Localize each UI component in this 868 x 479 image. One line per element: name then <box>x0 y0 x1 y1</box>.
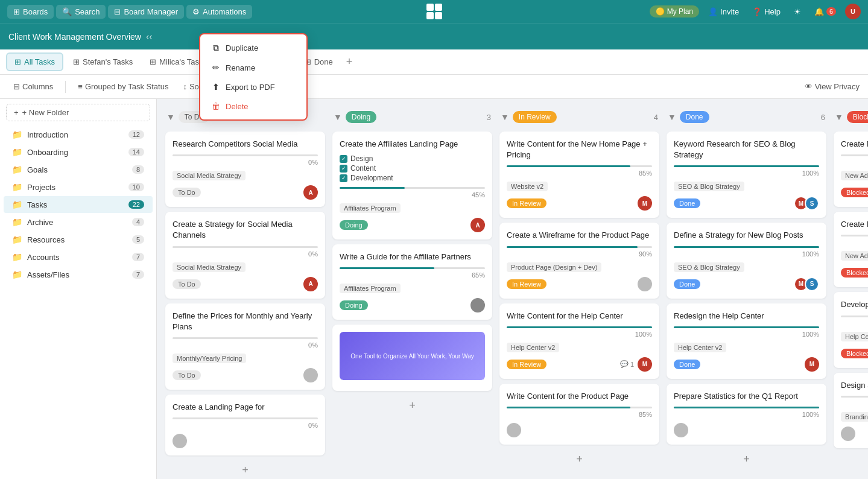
progress-percent: 0% <box>173 250 318 258</box>
board-card[interactable]: Research Competitors Social Media 0% Soc… <box>165 132 325 207</box>
board-card[interactable]: Define a Strategy for New Blog Posts 100… <box>667 223 826 298</box>
collapse-column-button[interactable]: ▼ <box>668 112 676 122</box>
tab-stefan-tasks[interactable]: ⊞ Stefan's Tasks <box>66 54 140 70</box>
board-card[interactable]: Write Content for the Help Center 100% H… <box>499 303 659 379</box>
progress-percent: 90% <box>507 250 652 258</box>
boards-button[interactable]: ⊞ Boards <box>7 5 54 19</box>
tab-all-tasks[interactable]: ⊞ All Tasks <box>6 52 63 71</box>
context-rename[interactable]: ✏ Rename <box>204 58 303 77</box>
progress-bar-track <box>674 165 819 167</box>
card-tag: Help Center v2 <box>674 343 726 352</box>
tab-icon: ⊞ <box>150 57 156 66</box>
collapse-column-button[interactable]: ▼ <box>501 112 509 122</box>
board-card[interactable]: Prepare Statistics for the Q1 Report 100… <box>667 384 826 445</box>
board-card[interactable]: Write Content for the New Home Page + Pr… <box>499 132 659 218</box>
progress-bar-track <box>841 396 868 398</box>
tabs-bar: ⊞ All Tasks ⊞ Stefan's Tasks ⊞ Milica's … <box>0 49 868 75</box>
column-status-pill: Doing <box>346 111 376 123</box>
board-card[interactable]: Keyword Research for SEO & Blog Strategy… <box>667 132 826 218</box>
collapse-column-button[interactable]: ▼ <box>334 112 342 122</box>
board-card[interactable]: Create a Strategy for Social Media Chann… <box>165 212 325 298</box>
sidebar-item-accounts[interactable]: 📁 Accounts 7 <box>4 249 153 265</box>
board-card[interactable]: Create a Landing Page for 0% <box>165 395 325 455</box>
sidebar-item-onboarding[interactable]: 📁 Onboarding 14 <box>4 144 153 160</box>
notifications-button[interactable]: 🔔 6 <box>810 5 840 18</box>
context-duplicate[interactable]: ⧉ Duplicate <box>204 38 303 58</box>
boards-label: Boards <box>23 7 48 16</box>
view-privacy-button[interactable]: 👁 View Privacy <box>805 82 860 91</box>
board-card[interactable]: Create New Copy 0% New Ads for Faceb... … <box>834 212 868 287</box>
sidebar-item-label: Projects <box>27 183 55 192</box>
card-avatar: S <box>805 196 819 211</box>
board-card[interactable]: Redesign the Help Center 100% Help Cente… <box>667 303 826 379</box>
board-card[interactable]: Create the Affiliates Landing Page ✓ Des… <box>332 132 492 240</box>
progress-bar-track <box>507 246 652 248</box>
nav-right: 🟡 My Plan 👤 Invite ❓ Help ☀ 🔔 6 U <box>650 4 861 19</box>
context-export-pdf[interactable]: ⬆ Export to PDF <box>204 77 303 97</box>
column-count: 6 <box>821 113 825 122</box>
sidebar-item-introduction[interactable]: 📁 Introduction 12 <box>4 126 153 143</box>
sidebar-item-goals[interactable]: 📁 Goals 8 <box>4 161 153 178</box>
help-button[interactable]: ❓ Help <box>748 5 785 18</box>
folder-icon: 📁 <box>12 182 22 192</box>
sidebar-item-left: 📁 Onboarding <box>12 147 68 157</box>
add-card-button[interactable]: + <box>165 460 325 479</box>
context-delete[interactable]: 🗑 Delete <box>204 97 303 116</box>
board-card[interactable]: Write Content for the Product Page 85% <box>499 384 659 445</box>
progress-bar-track <box>841 316 868 317</box>
card-title: Develop the New Platform <box>841 299 868 310</box>
sidebar-item-count: 7 <box>132 253 144 261</box>
sidebar-item-archive[interactable]: 📁 Archive 4 <box>4 214 153 230</box>
board-card[interactable]: One Tool to Organize All Your Work, Your… <box>332 325 492 391</box>
add-card-button[interactable]: + <box>332 396 492 416</box>
collapse-sidebar-button[interactable]: ‹‹ <box>146 31 153 42</box>
card-tags: Product Page (Design + Dev) <box>507 262 652 272</box>
sidebar-item-projects[interactable]: 📁 Projects 10 <box>4 179 153 195</box>
my-plan-button[interactable]: 🟡 My Plan <box>650 5 699 17</box>
search-button[interactable]: 🔍 Search <box>56 5 106 19</box>
add-tab-button[interactable]: + <box>343 56 356 68</box>
progress-bar-track <box>173 337 318 339</box>
columns-icon: ⊟ <box>13 82 20 91</box>
card-title: Create a Strategy for Social Media Chann… <box>173 219 318 241</box>
user-avatar[interactable]: U <box>845 4 861 19</box>
collapse-column-button[interactable]: ▼ <box>166 112 175 122</box>
add-card-button[interactable]: + <box>667 449 826 469</box>
progress-bar-track <box>507 165 652 167</box>
card-status-pill: To Do <box>173 279 201 289</box>
sidebar-item-count: 8 <box>132 165 144 174</box>
card-avatar: M <box>638 196 652 211</box>
rename-icon: ✏ <box>211 63 221 72</box>
add-card-button[interactable]: + <box>834 453 868 473</box>
board-card[interactable]: Create New Imag 0% New Ads for Faceb... … <box>834 132 868 207</box>
board-card[interactable]: Develop the New Platform 0% Help Center … <box>834 292 868 367</box>
automations-button[interactable]: ⚙ Automations <box>186 5 252 19</box>
card-footer: Doing <box>340 298 485 312</box>
sidebar-item-resources[interactable]: 📁 Resources 5 <box>4 231 153 248</box>
board-card[interactable]: Create a Wireframe for the Product Page … <box>499 223 659 298</box>
sidebar-item-assets-files[interactable]: 📁 Assets/Files 7 <box>4 266 153 283</box>
sidebar-item-count: 14 <box>128 148 144 156</box>
sidebar-item-label: Tasks <box>27 200 47 209</box>
grouped-button[interactable]: ≡ Grouped by Task Status <box>73 80 173 94</box>
logo <box>426 4 442 19</box>
theme-button[interactable]: ☀ <box>790 5 805 18</box>
card-avatar: S <box>805 277 819 291</box>
progress-bar-track <box>507 407 652 408</box>
card-tag: Affiliates Program <box>340 284 401 293</box>
card-avatar: M <box>638 357 652 372</box>
board-card[interactable]: Write a Guide for the Affiliate Partners… <box>332 244 492 320</box>
add-card-button[interactable]: + <box>499 449 659 469</box>
search-label: Search <box>75 7 100 16</box>
collapse-column-button[interactable]: ▼ <box>835 112 843 122</box>
invite-button[interactable]: 👤 Invite <box>704 5 743 18</box>
sidebar-item-left: 📁 Goals <box>12 165 48 174</box>
sidebar-item-tasks[interactable]: 📁 Tasks 22 <box>4 196 153 213</box>
card-title: Create a Wireframe for the Product Page <box>507 230 652 241</box>
board-manager-button[interactable]: ⊟ Board Manager <box>108 5 184 19</box>
sidebar-item-label: Onboarding <box>27 148 68 157</box>
board-card[interactable]: Define the Prices for Monthly and Yearly… <box>165 303 325 390</box>
new-folder-button[interactable]: + + New Folder <box>6 104 150 121</box>
board-card[interactable]: Design Suggestio Logo 0% Branding/Logo <box>834 373 868 448</box>
columns-button[interactable]: ⊟ Columns <box>8 80 58 94</box>
